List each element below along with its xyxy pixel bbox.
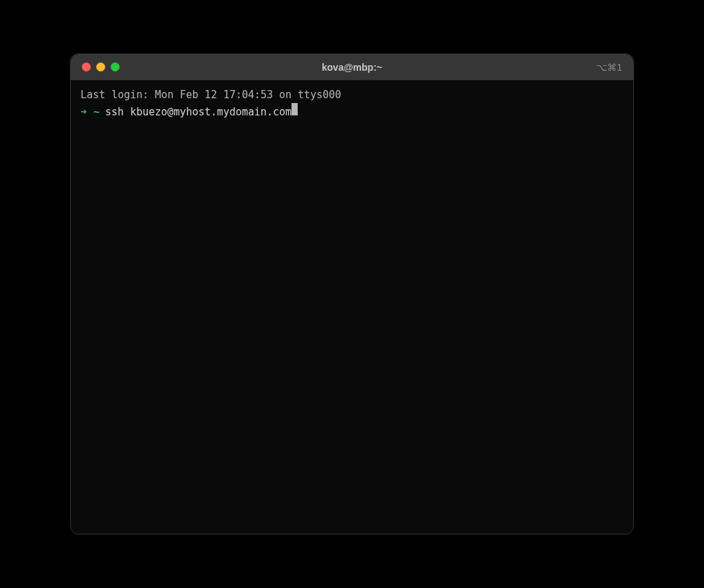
close-icon[interactable] <box>82 63 91 71</box>
window-shortcut: ⌥⌘1 <box>596 62 622 73</box>
prompt-cwd: ~ <box>94 104 100 120</box>
window-title: kova@mbp:~ <box>322 62 382 73</box>
titlebar: kova@mbp:~ ⌥⌘1 <box>71 54 633 80</box>
prompt-line: ➜ ~ ssh kbuezo@myhost.mydomain.com <box>80 103 624 120</box>
maximize-icon[interactable] <box>111 63 120 71</box>
terminal-body[interactable]: Last login: Mon Feb 12 17:04:53 on ttys0… <box>71 80 633 534</box>
terminal-window: kova@mbp:~ ⌥⌘1 Last login: Mon Feb 12 17… <box>70 54 634 534</box>
prompt-arrow-icon: ➜ <box>80 104 87 120</box>
cursor-icon <box>292 103 298 115</box>
command-input[interactable]: ssh kbuezo@myhost.mydomain.com <box>105 104 292 120</box>
minimize-icon[interactable] <box>96 63 105 71</box>
traffic-lights <box>82 63 120 71</box>
last-login-line: Last login: Mon Feb 12 17:04:53 on ttys0… <box>80 87 624 103</box>
